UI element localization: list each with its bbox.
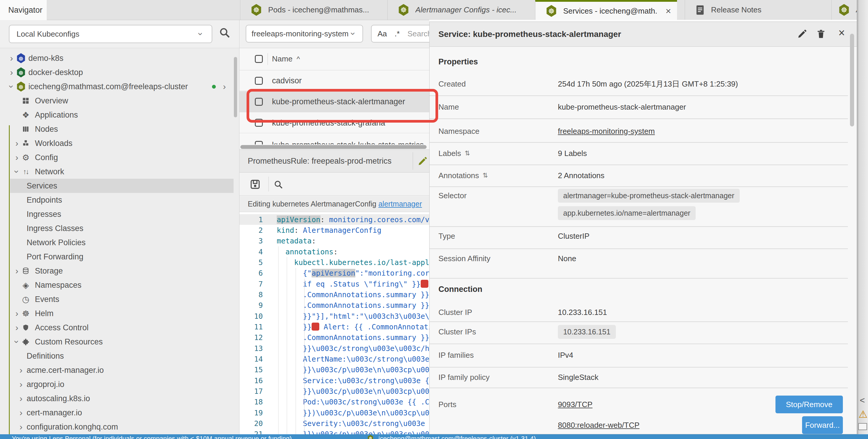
drawer-scrollbar[interactable] — [850, 34, 854, 127]
code-line[interactable]: 3 metadata: — [240, 236, 430, 246]
sidebar-item-ingress-classes[interactable]: Ingress Classes — [0, 221, 240, 235]
chevron-right-icon[interactable] — [17, 409, 25, 416]
row-checkbox[interactable] — [255, 141, 263, 144]
table-row[interactable]: cadvisor — [240, 71, 430, 91]
navigator-header[interactable]: Navigator — [0, 0, 47, 20]
dock-tab[interactable]: PrometheusRule: freepeals-prod-metrics — [240, 149, 430, 172]
code-line[interactable]: 4 annotations: — [240, 246, 430, 257]
close-icon[interactable] — [665, 6, 671, 16]
horizontal-scrollbar[interactable] — [240, 145, 427, 149]
sidebar-item-applications[interactable]: Applications — [0, 108, 240, 122]
sidebar-item-workloads[interactable]: Workloads — [0, 136, 240, 150]
sidebar-item-endpoints[interactable]: Endpoints — [0, 193, 240, 207]
code-line[interactable]: 5 kubectl.kubernetes.io/last-appli — [240, 257, 430, 268]
code-line[interactable]: 15 }}\u003c/p\u003e\n\u003cp\u003 — [240, 365, 430, 375]
sidebar-item-events[interactable]: Events — [0, 292, 240, 306]
tab-services[interactable]: Services - icecheng@math... — [535, 0, 677, 20]
sidebar-item-network-policies[interactable]: Network Policies — [0, 235, 240, 250]
code-line[interactable]: 19 }})\u003c/p\u003e\n\u003cp\u00 — [240, 407, 430, 418]
sidebar-item-cert-manager[interactable]: cert-manager.io — [0, 406, 240, 420]
sidebar-item-configuration-konghq[interactable]: configuration.konghq.com — [0, 420, 240, 434]
sidebar-item-overview[interactable]: Overview — [0, 94, 240, 108]
sidebar-item-custom-resources[interactable]: Custom Resources — [0, 335, 240, 349]
tab-alertmanager-configs[interactable]: Alertmanager Configs - icec... — [387, 0, 535, 20]
code-line[interactable]: 17 }}\u003c/p\u003e\n\u003cp\u003 — [240, 386, 430, 397]
sidebar-item-storage[interactable]: Storage — [0, 264, 240, 278]
match-case-toggle[interactable]: Aa — [377, 29, 387, 38]
sidebar-item-namespaces[interactable]: Namespaces — [0, 278, 240, 292]
code-line[interactable]: 11 }}🚨 Alert: {{ .CommonAnnotati — [240, 322, 430, 332]
sidebar-item-demo-k8s[interactable]: demo-k8s — [0, 51, 240, 65]
chevron-right-icon[interactable] — [8, 69, 16, 76]
sidebar-item-services[interactable]: Services — [0, 179, 240, 193]
code-line[interactable]: 2 kind: AlertmanagerConfig — [240, 225, 430, 235]
sidebar-scrollbar[interactable] — [234, 57, 237, 117]
search-input[interactable]: Aa .* Search — [371, 25, 430, 42]
chevron-down-icon[interactable] — [8, 83, 16, 91]
sidebar-item-docker-desktop[interactable]: docker-desktop — [0, 65, 240, 79]
chevron-right-icon[interactable] — [17, 395, 25, 402]
code-line[interactable]: 18 Pod:\u003c/strong\u003e {{ .Co — [240, 397, 430, 407]
code-line[interactable]: 1 apiVersion: monitoring.coreos.com/v1 — [240, 214, 430, 225]
chevron-right-icon[interactable] — [17, 423, 25, 431]
tab-pods[interactable]: Pods - icecheng@mathmas... — [240, 0, 387, 20]
tab-release-notes[interactable]: Release Notes — [685, 0, 831, 20]
sidebar-item-access-control[interactable]: Access Control — [0, 320, 240, 335]
code-line[interactable]: 14 AlertName:\u003c/strong\u003e — [240, 353, 430, 364]
close-icon[interactable] — [838, 28, 845, 38]
edit-pencil-icon[interactable] — [417, 156, 428, 166]
sidebar-item-nodes[interactable]: Nodes — [0, 122, 240, 136]
table-row-partial[interactable]: kube-prometheus-stack-kube-state-metrics — [240, 134, 430, 144]
chevron-right-icon[interactable] — [13, 324, 21, 332]
chevron-right-icon[interactable] — [13, 139, 21, 147]
chevron-right-icon[interactable] — [13, 267, 21, 275]
expand-toggle-icon[interactable] — [465, 149, 470, 157]
chevron-down-icon[interactable] — [13, 338, 21, 346]
code-line[interactable]: 7 if eq .Status \"firing\" }}🚨 — [240, 279, 430, 289]
kubeconfig-select[interactable]: Local Kubeconfigs — [9, 25, 212, 43]
chevron-right-icon[interactable] — [17, 380, 25, 388]
active-cluster-status[interactable]: icecheng@mathmast.com@freeleaps-cluster … — [378, 435, 536, 439]
select-all-checkbox[interactable] — [255, 55, 263, 63]
code-line[interactable]: 16 Service:\u003c/strong\u003e { — [240, 375, 430, 386]
sidebar-item-network[interactable]: Network — [0, 165, 240, 179]
save-icon[interactable] — [250, 179, 260, 190]
code-line[interactable]: 10 }}"}],"html":"\u003ch3\u003e\u — [240, 311, 430, 322]
namespace-select[interactable]: freeleaps-monitoring-system — [246, 25, 363, 42]
breadcrumb-link[interactable]: alertmanager — [378, 200, 422, 208]
code-line[interactable]: 20 Severity:\u003c/strong\u003e — [240, 418, 430, 429]
code-line[interactable]: 9 .CommonAnnotations.summary }}- — [240, 300, 430, 311]
name-column-header[interactable]: Name — [272, 54, 300, 64]
sidebar-item-argoproj[interactable]: argoproj.io — [0, 377, 240, 392]
sidebar-item-autoscaling[interactable]: autoscaling.k8s.io — [0, 392, 240, 406]
chevron-down-icon[interactable] — [13, 168, 21, 175]
namespace-link[interactable]: freeleaps-monitoring-system — [558, 127, 655, 136]
chevron-right-icon[interactable] — [13, 310, 21, 317]
port-link[interactable]: 8080:reloader-web/TCP — [558, 421, 640, 430]
chevron-right-icon[interactable] — [17, 366, 25, 374]
forward-button[interactable]: Forward... — [802, 416, 843, 434]
code-line[interactable]: 21 }}\u003c/p\u003e\n\u003cp\u003 — [240, 429, 430, 434]
sidebar-item-ingresses[interactable]: Ingresses — [0, 207, 240, 221]
search-icon[interactable] — [219, 27, 230, 39]
chevron-right-icon[interactable] — [8, 54, 16, 62]
sidebar-item-port-forwarding[interactable]: Port Forwarding — [0, 250, 240, 264]
yaml-editor[interactable]: 1 apiVersion: monitoring.coreos.com/v1 2… — [240, 212, 430, 434]
sidebar-item-freeleaps-cluster[interactable]: icecheng@mathmast.com@freeleaps-cluster — [0, 79, 240, 94]
chevron-right-icon[interactable] — [221, 83, 228, 91]
stop-remove-button[interactable]: Stop/Remove — [775, 396, 843, 413]
sidebar-item-helm[interactable]: Helm — [0, 306, 240, 320]
code-line[interactable]: 12 .CommonAnnotations.summary }}- — [240, 332, 430, 343]
expand-toggle-icon[interactable] — [483, 172, 488, 179]
sidebar-item-definitions[interactable]: Definitions — [0, 349, 240, 363]
trash-icon[interactable] — [816, 29, 826, 39]
code-line[interactable]: 13 }}\u003c/strong\u003e\u003c/h3 — [240, 343, 430, 353]
editor-search-icon[interactable] — [274, 180, 283, 190]
code-line[interactable]: 8 .CommonAnnotations.summary }}- — [240, 289, 430, 300]
port-link[interactable]: 9093/TCP — [558, 400, 592, 409]
sidebar-item-config[interactable]: Config — [0, 150, 240, 165]
row-checkbox[interactable] — [255, 77, 263, 85]
code-line[interactable]: 6 {"apiVersion":"monitoring.core — [240, 268, 430, 279]
sidebar-item-acme-cert-manager[interactable]: acme.cert-manager.io — [0, 363, 240, 377]
regex-toggle[interactable]: .* — [395, 29, 400, 38]
